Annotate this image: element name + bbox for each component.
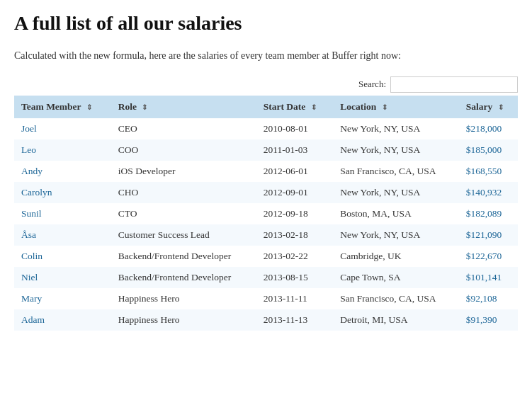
cell-role: iOS Developer (111, 161, 256, 182)
table-row: LeoCOO2011-01-03New York, NY, USA$185,00… (14, 139, 518, 161)
cell-start_date: 2011-01-03 (256, 139, 334, 161)
cell-salary: $91,390 (459, 309, 518, 331)
sort-arrows-role[interactable]: ⇕ (142, 103, 147, 111)
sort-arrows-salary[interactable]: ⇕ (498, 103, 504, 111)
cell-salary: $218,000 (459, 118, 518, 139)
cell-start_date: 2012-06-01 (256, 161, 334, 182)
salary-table: Team Member ⇕ Role ⇕ Start Date ⇕ Locati… (14, 96, 518, 331)
cell-location: San Francisco, CA, USA (333, 161, 459, 182)
cell-location: Detroit, MI, USA (333, 309, 459, 331)
cell-salary: $182,089 (459, 203, 518, 224)
cell-role: Happiness Hero (111, 288, 256, 309)
cell-role: Backend/Frontend Developer (111, 246, 256, 267)
cell-salary: $168,550 (459, 161, 518, 182)
cell-start_date: 2013-08-15 (256, 267, 334, 288)
sort-arrows-member[interactable]: ⇕ (86, 103, 92, 111)
cell-location: Cambridge, UK (333, 246, 459, 267)
cell-salary: $121,090 (459, 224, 518, 246)
col-header-location[interactable]: Location ⇕ (333, 96, 459, 118)
table-header-row: Team Member ⇕ Role ⇕ Start Date ⇕ Locati… (14, 96, 518, 118)
cell-role: COO (111, 139, 256, 161)
table-row: JoelCEO2010-08-01New York, NY, USA$218,0… (14, 118, 518, 139)
sort-arrows-startdate[interactable]: ⇕ (311, 103, 317, 111)
cell-location: Cape Town, SA (333, 267, 459, 288)
cell-member: Carolyn (14, 182, 111, 203)
table-row: CarolynCHO2012-09-01New York, NY, USA$14… (14, 182, 518, 203)
page-title: A full list of all our salaries (14, 11, 518, 35)
col-header-salary[interactable]: Salary ⇕ (459, 96, 518, 118)
cell-member: Sunil (14, 203, 111, 224)
cell-member: Åsa (14, 224, 111, 246)
table-row: AdamHappiness Hero2013-11-13Detroit, MI,… (14, 309, 518, 331)
search-label: Search: (358, 79, 386, 90)
cell-location: New York, NY, USA (333, 139, 459, 161)
cell-location: San Francisco, CA, USA (333, 288, 459, 309)
cell-start_date: 2010-08-01 (256, 118, 334, 139)
search-bar: Search: (14, 76, 518, 93)
col-header-startdate[interactable]: Start Date ⇕ (256, 96, 334, 118)
cell-start_date: 2012-09-01 (256, 182, 334, 203)
cell-salary: $92,108 (459, 288, 518, 309)
table-row: ÅsaCustomer Success Lead2013-02-18New Yo… (14, 224, 518, 246)
cell-start_date: 2013-02-22 (256, 246, 334, 267)
table-row: NielBackend/Frontend Developer2013-08-15… (14, 267, 518, 288)
cell-member: Colin (14, 246, 111, 267)
cell-role: Backend/Frontend Developer (111, 267, 256, 288)
cell-start_date: 2013-11-13 (256, 309, 334, 331)
table-row: ColinBackend/Frontend Developer2013-02-2… (14, 246, 518, 267)
cell-role: CHO (111, 182, 256, 203)
cell-role: Customer Success Lead (111, 224, 256, 246)
cell-role: CTO (111, 203, 256, 224)
cell-salary: $101,141 (459, 267, 518, 288)
sort-arrows-location[interactable]: ⇕ (382, 103, 387, 111)
cell-member: Mary (14, 288, 111, 309)
cell-member: Adam (14, 309, 111, 331)
cell-location: New York, NY, USA (333, 118, 459, 139)
col-header-member[interactable]: Team Member ⇕ (14, 96, 111, 118)
cell-start_date: 2012-09-18 (256, 203, 334, 224)
cell-member: Leo (14, 139, 111, 161)
cell-location: Boston, MA, USA (333, 203, 459, 224)
cell-start_date: 2013-02-18 (256, 224, 334, 246)
page-subtitle: Calculated with the new formula, here ar… (14, 48, 518, 64)
cell-salary: $185,000 (459, 139, 518, 161)
cell-role: CEO (111, 118, 256, 139)
table-row: AndyiOS Developer2012-06-01San Francisco… (14, 161, 518, 182)
cell-member: Joel (14, 118, 111, 139)
cell-salary: $140,932 (459, 182, 518, 203)
col-header-role[interactable]: Role ⇕ (111, 96, 256, 118)
table-row: MaryHappiness Hero2013-11-11San Francisc… (14, 288, 518, 309)
cell-member: Andy (14, 161, 111, 182)
cell-start_date: 2013-11-11 (256, 288, 334, 309)
cell-location: New York, NY, USA (333, 224, 459, 246)
cell-role: Happiness Hero (111, 309, 256, 331)
cell-location: New York, NY, USA (333, 182, 459, 203)
cell-member: Niel (14, 267, 111, 288)
search-input[interactable] (390, 76, 518, 93)
cell-salary: $122,670 (459, 246, 518, 267)
table-row: SunilCTO2012-09-18Boston, MA, USA$182,08… (14, 203, 518, 224)
